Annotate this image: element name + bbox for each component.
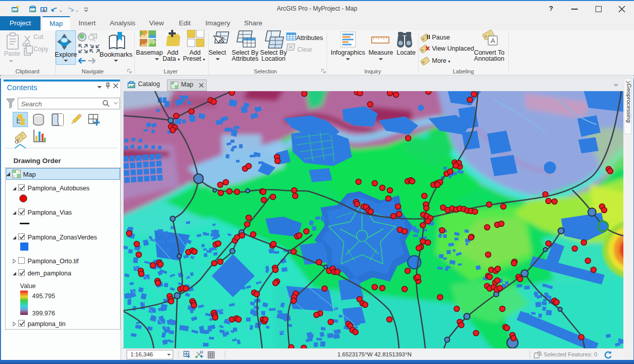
svg-text:Cut: Cut	[33, 33, 44, 41]
svg-text:Copy: Copy	[33, 46, 49, 53]
svg-text:A: A	[491, 37, 495, 45]
svg-text:Paste: Paste	[4, 50, 20, 57]
